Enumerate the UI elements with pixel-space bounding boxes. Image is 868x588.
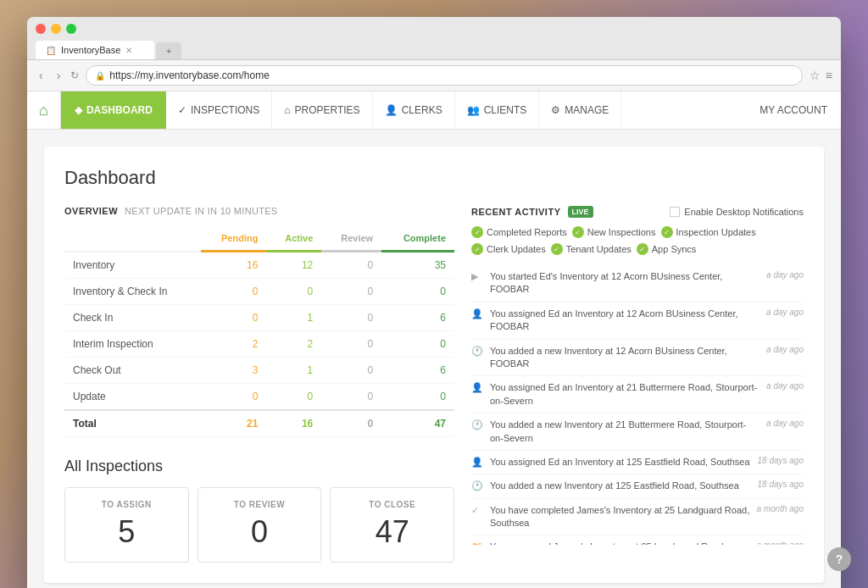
inspections-icon: ✓: [178, 104, 186, 116]
back-button[interactable]: ‹: [36, 67, 47, 84]
nav-home[interactable]: ⌂: [27, 92, 61, 129]
activity-filters: ✓ Completed Reports ✓ New Inspections ✓ …: [471, 226, 804, 255]
insp-card-label: TO CLOSE: [344, 500, 440, 509]
filter-chip[interactable]: ✓ App Syncs: [637, 243, 697, 255]
overview-table: Pending Active Review Complete Inventory…: [64, 226, 454, 437]
filter-chip[interactable]: ✓ Completed Reports: [471, 226, 567, 238]
filter-chip[interactable]: ✓ Tenant Updates: [551, 243, 632, 255]
table-cell-3: 0: [321, 410, 381, 437]
table-cell-0: Total: [64, 410, 201, 437]
insp-card-label: TO REVIEW: [212, 500, 308, 509]
forward-button[interactable]: ›: [53, 67, 64, 84]
table-cell-3: 0: [321, 252, 381, 279]
tab-favicon: 📋: [46, 46, 56, 55]
activity-item: 👤 You assigned Ed an Inventory at 125 Ea…: [471, 451, 804, 474]
table-cell-2: 0: [266, 279, 321, 305]
table-cell-1: 0: [201, 305, 267, 331]
notif-checkbox[interactable]: [670, 207, 680, 217]
active-tab[interactable]: 📋 InventoryBase ✕: [36, 41, 154, 59]
my-account-label: MY ACCOUNT: [760, 104, 827, 116]
menu-icon[interactable]: ≡: [826, 69, 832, 82]
table-cell-4: 0: [381, 384, 454, 411]
activity-item: 🕐 You added a new Inventory at 125 Eastf…: [471, 474, 804, 498]
address-bar[interactable]: 🔒 https://my.inventorybase.com/home: [86, 65, 802, 86]
filter-chip[interactable]: ✓ New Inspections: [572, 226, 656, 238]
left-panel: OVERVIEW NEXT UPDATE IN IN 10 MINUTES Pe…: [64, 206, 454, 563]
bookmark-icon[interactable]: ☆: [810, 69, 821, 82]
activity-time: a day ago: [766, 419, 804, 428]
properties-icon: ⌂: [284, 104, 290, 116]
minimize-dot[interactable]: [51, 24, 61, 34]
activity-item: 🕐 You added a new Inventory at 21 Butter…: [471, 413, 804, 451]
nav-inspections-item[interactable]: ✓ INSPECTIONS: [166, 92, 272, 129]
all-inspections-section: All Inspections TO ASSIGN 5 TO REVIEW 0 …: [64, 458, 454, 563]
manage-nav-label: MANAGE: [565, 104, 609, 116]
browser-chrome: 📋 InventoryBase ✕ +: [27, 17, 841, 60]
nav-clerks-item[interactable]: 👤 CLERKS: [373, 92, 455, 129]
col-header-type: [64, 226, 201, 252]
activity-time: a day ago: [766, 308, 804, 317]
activity-type-icon: ✓: [471, 505, 483, 516]
nav-clients-item[interactable]: 👥 CLIENTS: [455, 92, 540, 129]
insp-card-value: 0: [212, 514, 308, 550]
activity-text: You assigned Ed an Inventory at 125 East…: [490, 456, 751, 469]
filter-check-icon: ✓: [551, 243, 563, 255]
nav-manage-item[interactable]: ⚙ MANAGE: [539, 92, 621, 129]
table-cell-2: 1: [266, 358, 321, 384]
right-panel: RECENT ACTIVITY LIVE Enable Desktop Noti…: [471, 206, 804, 563]
inspection-cards: TO ASSIGN 5 TO REVIEW 0 TO CLOSE 47: [64, 487, 454, 563]
table-cell-1: 0: [201, 384, 267, 411]
overview-header: OVERVIEW NEXT UPDATE IN IN 10 MINUTES: [64, 206, 454, 216]
table-cell-0: Update: [64, 384, 201, 411]
maximize-dot[interactable]: [66, 24, 76, 34]
filter-check-icon: ✓: [471, 243, 483, 255]
clerks-nav-label: CLERKS: [402, 104, 442, 116]
properties-nav-label: PROPERTIES: [294, 104, 359, 116]
dashboard-card: Dashboard OVERVIEW NEXT UPDATE IN IN 10 …: [44, 147, 824, 583]
activity-type-icon: 👤: [471, 308, 483, 319]
filter-label: App Syncs: [652, 244, 697, 254]
table-row: Check In0106: [64, 305, 454, 331]
dashboard-nav-label: DASHBOARD: [86, 104, 153, 116]
activity-item: 👤 You assigned Ed an Inventory at 21 But…: [471, 376, 804, 413]
browser-toolbar: ‹ › ↻ 🔒 https://my.inventorybase.com/hom…: [27, 60, 841, 92]
tab-title: InventoryBase: [61, 45, 120, 55]
filter-chip[interactable]: ✓ Inspection Updates: [661, 226, 756, 238]
table-row: Check Out3106: [64, 358, 454, 384]
clerks-icon: 👤: [385, 104, 398, 116]
table-cell-3: 0: [321, 384, 381, 411]
table-cell-2: 12: [266, 252, 321, 279]
dashboard-icon: ◈: [75, 104, 82, 116]
tab-close-button[interactable]: ✕: [125, 46, 132, 55]
insp-card-label: TO ASSIGN: [79, 500, 175, 509]
table-cell-3: 0: [321, 305, 381, 331]
activity-text: You have completed James's Inventory at …: [490, 504, 749, 530]
col-header-complete: Complete: [381, 226, 454, 252]
activity-time: a day ago: [766, 270, 804, 280]
table-cell-1: 21: [201, 410, 267, 437]
nav-dashboard-item[interactable]: ◈ DASHBOARD: [61, 92, 166, 129]
table-cell-4: 35: [381, 252, 454, 279]
activity-type-icon: 🕐: [471, 346, 483, 357]
table-cell-0: Interim Inspection: [64, 331, 201, 358]
close-dot[interactable]: [36, 24, 46, 34]
activity-time: a day ago: [766, 381, 804, 391]
refresh-button[interactable]: ↻: [70, 69, 79, 81]
table-cell-3: 0: [321, 279, 381, 305]
activity-type-icon: ▶: [471, 271, 483, 282]
filter-check-icon: ✓: [572, 226, 584, 238]
new-tab-button[interactable]: +: [156, 42, 181, 59]
filter-chip[interactable]: ✓ Clerk Updates: [471, 243, 546, 255]
desktop-notif[interactable]: Enable Desktop Notifications: [670, 207, 804, 217]
table-cell-4: 0: [381, 331, 454, 358]
nav-properties-item[interactable]: ⌂ PROPERTIES: [272, 92, 372, 129]
filter-label: Clerk Updates: [487, 244, 546, 254]
nav-my-account-item[interactable]: MY ACCOUNT: [746, 92, 841, 129]
all-inspections-title: All Inspections: [64, 458, 454, 475]
next-update-text: NEXT UPDATE IN IN 10 MINUTES: [125, 206, 277, 216]
toolbar-actions: ☆ ≡: [810, 69, 832, 82]
table-cell-1: 16: [201, 252, 267, 279]
activity-item: 📁 You re-opened James's Inventory at 25 …: [471, 535, 804, 545]
help-button[interactable]: ?: [827, 547, 851, 571]
table-cell-2: 16: [266, 410, 321, 437]
